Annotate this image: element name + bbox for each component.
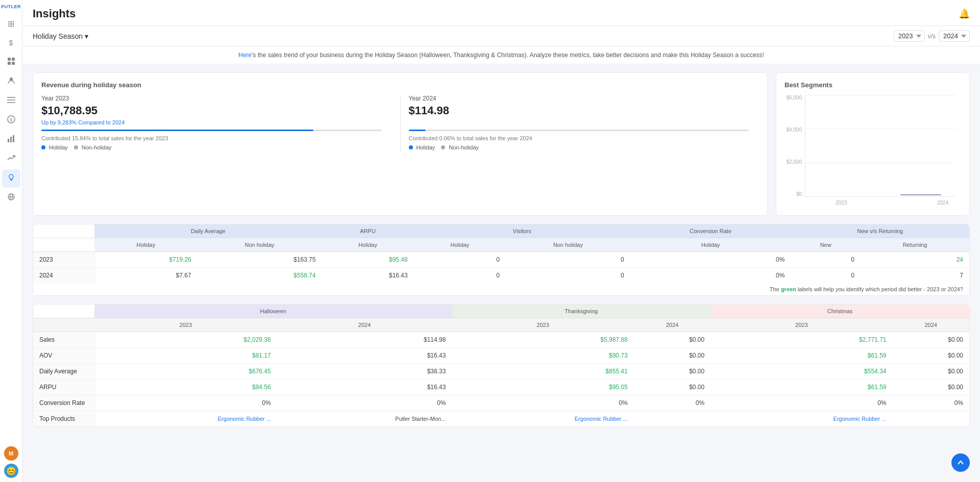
seasonal-row-arpu: ARPU $84.56 $16.43 $95.05 $0.00 $61.59 $…	[33, 379, 969, 395]
sidebar-item-global[interactable]	[2, 189, 20, 207]
returning-2024: 7	[861, 268, 969, 284]
svg-rect-12	[13, 135, 14, 142]
year-2024-contrib: Contributed 0.06% to total sales for the…	[409, 135, 749, 141]
svg-text:$: $	[10, 117, 12, 122]
sidebar-item-layout[interactable]	[2, 53, 20, 71]
sidebar-item-dashboard[interactable]: ⊞	[2, 14, 20, 33]
chart-area: 2023 2024	[805, 95, 956, 197]
new-2024: 0	[791, 268, 861, 284]
th-seasonal-empty	[33, 305, 94, 318]
holiday-selector[interactable]: Holiday Season ▾	[33, 32, 88, 40]
c2023-sales: $2,771.71	[710, 332, 892, 348]
metrics-table: Daily Average ARPU Visitors Conversion R…	[33, 224, 970, 296]
notification-bell-icon[interactable]: 🔔	[959, 8, 970, 19]
row-label-arpu: ARPU	[33, 379, 94, 395]
metrics-table-inner: Daily Average ARPU Visitors Conversion R…	[33, 224, 969, 283]
th-daily-nonholiday: Non holiday	[198, 238, 322, 252]
year-2023-label: Year 2023	[41, 95, 382, 102]
th-new-returning: New v/s Returning	[791, 224, 969, 238]
user-avatar-emoji[interactable]: 😊	[4, 464, 18, 478]
coin-icon: $	[7, 115, 15, 125]
h2023-top-product-link[interactable]: Ergonomic Rubber ...	[218, 416, 271, 422]
year2-select[interactable]: 2024 2023	[939, 30, 970, 42]
th-seasonal-sub-empty	[33, 318, 94, 332]
y-label-2000: $2,000	[785, 159, 802, 165]
main-content: Insights 🔔 Holiday Season ▾ 2023 2022 20…	[22, 0, 980, 482]
t2023-arpu: $95.05	[452, 379, 633, 395]
sidebar-item-products[interactable]	[2, 92, 20, 110]
row-label-daily-avg: Daily Average	[33, 364, 94, 379]
c2023-top-product-link[interactable]: Ergonomic Rubber ...	[834, 416, 887, 422]
y-label-0: $0	[785, 191, 802, 197]
th-c-2024: 2024	[892, 318, 969, 332]
year-2024-bar-fill	[409, 130, 426, 131]
bulb-icon	[7, 173, 15, 184]
new-2023: 0	[791, 252, 861, 268]
sidebar-item-insights[interactable]	[2, 169, 20, 188]
seasonal-row-aov: AOV $81.17 $16.43 $90.73 $0.00 $61.59 $0…	[33, 348, 969, 364]
revenue-year-2023: Year 2023 $10,788.95 Up by 9,283% Compar…	[41, 95, 392, 150]
chart-icon	[7, 135, 15, 145]
info-banner-link[interactable]: Here	[238, 52, 252, 59]
row-label-2024: 2024	[33, 268, 94, 284]
user-avatar-m[interactable]: M	[4, 446, 18, 461]
th-sub-empty	[33, 238, 94, 252]
h2024-arpu: $16.43	[277, 379, 452, 395]
bar-2024-line	[900, 194, 941, 195]
row-label-aov: AOV	[33, 348, 94, 364]
gridline-top	[805, 95, 956, 95]
sidebar-item-revenue[interactable]: $	[2, 111, 20, 130]
t2023-conversion: 0%	[452, 395, 633, 411]
dollar-icon: $	[9, 39, 13, 47]
h2024-top-product: Putler Starter-Mon...	[277, 411, 452, 427]
year-2023-legend: Holiday Non-holiday	[41, 144, 382, 150]
h2023-arpu: $84.56	[94, 379, 277, 395]
year-2023-bar	[41, 130, 382, 131]
nonholiday-dot	[74, 145, 78, 149]
h2024-aov: $16.43	[277, 348, 452, 364]
scroll-top-button[interactable]	[951, 453, 970, 472]
sidebar-item-reports[interactable]	[2, 131, 20, 149]
daily-avg-holiday-2024: $7.67	[94, 268, 198, 284]
th-t-2024: 2024	[634, 318, 710, 332]
y-label-4000: $4,000	[785, 127, 802, 133]
t2024-sales: $0.00	[634, 332, 710, 348]
daily-avg-holiday-2023: $719.26	[94, 252, 198, 268]
row-label-conversion: Conversion Rate	[33, 395, 94, 411]
legend-nonholiday-2024: Non-holiday	[441, 144, 479, 150]
conversion-2023: 0%	[630, 252, 791, 268]
seasonal-row-daily-avg: Daily Average $676.45 $38.33 $855.41 $0.…	[33, 364, 969, 379]
svg-rect-0	[8, 58, 11, 61]
seasonal-table: Halloween Thanksgiving Christmas 2023 20…	[33, 304, 970, 427]
sub-header: Holiday Season ▾ 2023 2022 2021 v/s 2024…	[22, 26, 980, 46]
y-axis-labels: $6,000 $4,000 $2,000 $0	[785, 95, 804, 197]
c2024-sales: $0.00	[892, 332, 969, 348]
svg-rect-1	[12, 58, 15, 61]
sidebar-item-customers[interactable]	[2, 72, 20, 91]
th-returning: Returning	[861, 238, 969, 252]
th-c-2023: 2023	[710, 318, 892, 332]
h2024-conversion: 0%	[277, 395, 452, 411]
holiday-dot-2024	[409, 145, 413, 149]
legend-nonholiday-label: Non-holiday	[82, 144, 112, 150]
th-daily-avg: Daily Average	[94, 224, 322, 238]
year-2023-change: Up by 9,283% Compared to 2024	[41, 119, 382, 125]
year1-select[interactable]: 2023 2022 2021	[894, 30, 925, 42]
t2023-top-product-link[interactable]: Ergonomic Rubber ...	[575, 416, 628, 422]
daily-avg-nonholiday-2024: $558.74	[198, 268, 322, 284]
t2023-sales: $5,987.88	[452, 332, 633, 348]
year-2024-amount: $114.98	[409, 104, 749, 117]
year-2023-contrib: Contributed 15.84% to total sales for th…	[41, 135, 382, 141]
c2023-daily: $554.34	[710, 364, 892, 379]
t2024-conversion: 0%	[634, 395, 710, 411]
c2024-conversion: 0%	[892, 395, 969, 411]
x-label-2023: 2023	[836, 200, 847, 206]
sidebar-item-trends[interactable]	[2, 150, 20, 168]
x-label-2024: 2024	[937, 200, 948, 206]
year-2024-change	[409, 119, 749, 125]
metrics-note: The green labels will help you identify …	[33, 283, 969, 295]
sidebar-item-sales[interactable]: $	[2, 34, 20, 52]
h2023-aov: $81.17	[94, 348, 277, 364]
chevron-down-icon: ▾	[85, 32, 88, 40]
svg-rect-3	[12, 62, 15, 65]
